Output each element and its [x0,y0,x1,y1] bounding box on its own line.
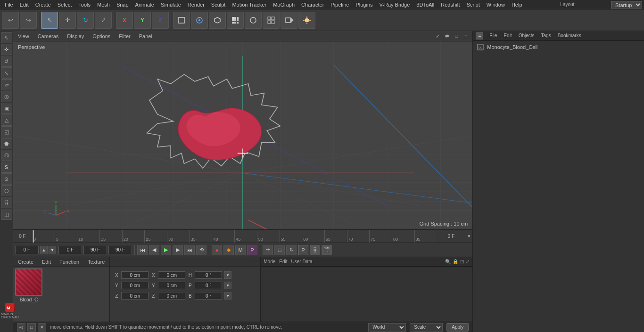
coord-y-pos[interactable] [121,282,149,289]
menu-file[interactable]: File [2,1,16,8]
record-button[interactable]: ● [212,245,222,255]
menu-window[interactable]: Window [484,1,508,8]
step-back-button[interactable]: ◀ [149,245,159,255]
apply-button[interactable]: Apply [446,323,469,332]
left-icon-polygon[interactable]: ▱ [1,79,12,90]
attr-options-icon[interactable]: ⊡ [460,259,464,264]
menu-create[interactable]: Create [33,1,54,8]
play-button[interactable]: ▶ [161,245,171,255]
left-icon-triangle[interactable]: △ [1,114,12,126]
menu-vray[interactable]: V-Ray Bridge [377,1,413,8]
keyframe-button[interactable]: ◆ [223,245,234,255]
coord-x-pos[interactable] [121,271,149,279]
go-end-button[interactable]: ⏭ [184,245,195,255]
obj-menu-objects[interactable]: Objects [517,32,536,39]
motion-button[interactable]: M [235,245,246,255]
left-icon-edge[interactable]: ▣ [1,103,12,114]
record-button[interactable] [281,12,297,29]
z-axis-button[interactable]: Z [152,12,169,29]
end-frame-input[interactable] [83,246,107,254]
coord-x-size[interactable] [158,271,185,279]
left-icon-scale[interactable]: ⤡ [1,67,12,79]
frame-down-button[interactable]: ▼ [49,246,56,254]
redo-button[interactable]: ↪ [20,12,37,29]
status-icon-3[interactable]: ✕ [38,323,46,332]
menu-character[interactable]: Character [298,1,327,8]
obj-menu-tags[interactable]: Tags [540,32,553,39]
grid-button[interactable] [263,12,280,29]
go-start-button[interactable]: ⏮ [137,245,148,255]
left-icon-select[interactable]: ↖ [1,32,12,43]
menu-plugins[interactable]: Plugins [353,1,375,8]
coord-p-val[interactable] [195,282,222,289]
viewport-swap-icon[interactable]: ⇄ [443,32,451,40]
viewport-maximize-icon[interactable]: □ [453,32,460,40]
playhead-frame[interactable]: 0 F [437,234,465,239]
left-icon-mesh[interactable]: ⬡ [1,185,12,196]
obj-menu-bookmarks[interactable]: Bookmarks [556,32,583,39]
scale-selector[interactable]: ScaleSize [410,323,443,332]
viewport-menu-options[interactable]: Options [91,33,112,40]
coord-z-size[interactable] [158,292,185,300]
pen-tool-button[interactable] [191,12,208,29]
menu-motion-tracker[interactable]: Motion Tracker [229,1,269,8]
menu-snap[interactable]: Snap [114,1,132,8]
material-swatch[interactable] [15,268,42,296]
viewport-menu-filter[interactable]: Filter [117,33,132,40]
coord-b-val[interactable] [195,292,222,300]
left-icon-knot[interactable]: ☊ [1,150,12,161]
menu-mesh[interactable]: Mesh [94,1,113,8]
menu-edit[interactable]: Edit [17,1,32,8]
left-icon-point[interactable]: ◎ [1,91,12,102]
material-menu-function[interactable]: Function [58,259,81,265]
left-icon-rotate[interactable]: ↺ [1,56,12,67]
left-icon-split[interactable]: ◫ [1,209,12,220]
material-menu-edit[interactable]: Edit [40,259,53,265]
camera-transport-button[interactable]: 🎬 [322,245,332,255]
left-icon-rect[interactable]: ◱ [1,126,12,138]
viewport-expand-icon[interactable]: ⤢ [434,32,441,40]
coord-y-size[interactable] [158,282,185,289]
menu-sculpt[interactable]: Sculpt [208,1,229,8]
world-selector[interactable]: WorldObjectCamera [368,323,406,332]
status-icon-1[interactable]: ◎ [17,323,25,332]
obj-menu-edit[interactable]: Edit [502,32,513,39]
y-axis-button[interactable]: Y [134,12,151,29]
start-frame-input[interactable] [58,246,82,254]
sphere-button[interactable] [245,12,262,29]
menu-animate[interactable]: Animate [132,1,157,8]
menu-simulate[interactable]: Simulate [158,1,184,8]
menu-tools[interactable]: Tools [75,1,93,8]
menu-redshift[interactable]: Redshift [438,1,462,8]
keyframe2-button[interactable]: □ [274,245,285,255]
points-button[interactable] [227,12,244,29]
rotate-tool-button[interactable]: ↻ [77,12,94,29]
left-icon-circle[interactable]: ⊙ [1,173,12,185]
cube-object-button[interactable] [173,12,190,29]
menu-mograph[interactable]: MoGraph [270,1,297,8]
step-forward-button[interactable]: ▶ [173,245,183,255]
rotation-transport-button[interactable]: ↻ [286,245,297,255]
timeline-expand-icon[interactable]: ▾ [465,233,472,239]
left-icon-grid2[interactable]: ⣿ [1,197,12,208]
menu-render[interactable]: Render [185,1,207,8]
material-menu-texture[interactable]: Texture [86,259,107,265]
menu-pipeline[interactable]: Pipeline [328,1,352,8]
left-icon-s[interactable]: S [1,162,12,173]
obj-menu-file[interactable]: File [488,32,498,39]
left-icon-hex[interactable]: ⬟ [1,138,12,149]
coord-z-pos[interactable] [121,292,149,300]
viewport-menu-display[interactable]: Display [65,33,86,40]
coord-h-val[interactable] [195,271,222,279]
viewport-canvas[interactable]: Perspective Grid Spacing : 10 cm [13,41,472,229]
layout-select[interactable]: Startup [611,1,642,8]
attr-expand-icon[interactable]: ⤢ [466,259,470,264]
undo-button[interactable]: ↩ [2,12,19,29]
autokey-button[interactable]: P [247,245,257,255]
attr-mode-label[interactable]: Mode [264,259,275,264]
left-icon-move[interactable]: ✜ [1,44,12,55]
lasso-button[interactable] [209,12,226,29]
timeline-ruler[interactable]: 051015202530354045505560657075808590 [32,230,437,243]
select-tool-button[interactable]: ↖ [41,12,58,29]
param-button[interactable]: P [298,245,308,255]
